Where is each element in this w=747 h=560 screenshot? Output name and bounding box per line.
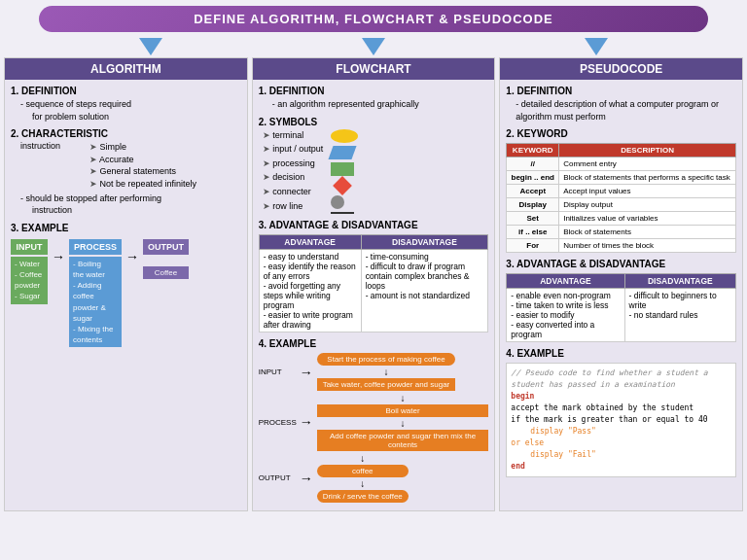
kw-cell-4: Set — [507, 212, 559, 226]
fc-down-4: ↓ — [317, 453, 409, 464]
pc-kw-header: KEYWORD — [507, 144, 559, 158]
desc-cell-6: Number of times the block — [559, 239, 736, 253]
desc-cell-3: Display output — [559, 198, 736, 212]
pc-code-comment: // Pseudo code to find whether a student… — [511, 368, 707, 389]
fc-s1-item: - an algorithm represented graphically — [272, 98, 489, 111]
algorithm-header: ALGORITHM — [5, 58, 247, 80]
fc-dis-cell: - time-consuming - difficult to draw if … — [361, 250, 488, 332]
fc-process-boxes: ↓ Boil water ↓ Add coffee powder and sug… — [317, 393, 489, 451]
desc-cell-4: Initializes value of variables — [559, 212, 736, 226]
pc-s3-title: 3. ADVANTAGE & DISADVANTAGE — [506, 259, 736, 269]
arrow-pseudocode — [585, 38, 608, 55]
fc-output-arrow: → — [300, 471, 313, 486]
fc-adv-2: - easy identify the reason of any errors — [264, 262, 357, 281]
kw-cell-0: // — [507, 158, 559, 171]
algo-arrow-3: General statements — [89, 165, 196, 178]
algorithm-column: ALGORITHM 1. DEFINITION sequence of step… — [4, 57, 248, 511]
pc-code-display-pass: display "Pass" — [530, 427, 595, 436]
kw-cell-2: Accept — [507, 185, 559, 198]
pc-s4-title: 4. EXAMPLE — [506, 348, 736, 359]
flowchart-header: FLOWCHART — [253, 58, 495, 80]
algo-output-box: OUTPUT — [143, 239, 189, 255]
fc-example-diagram: INPUT → Start the process of making coff… — [259, 353, 489, 503]
pc-dis-header: DISADVANTAGE — [624, 274, 735, 289]
fc-row-process: PROCESS → ↓ Boil water ↓ Add coffee powd… — [259, 393, 489, 451]
algo-arrow-2: Accurate — [89, 154, 196, 166]
pc-adv-table: ADVANTAGE DISADVANTAGE - enable even non… — [506, 273, 736, 342]
fc-s4-title: 4. EXAMPLE — [259, 338, 489, 349]
algo-process-box: PROCESS — [69, 239, 122, 255]
algo-example-diagram: INPUT - Water- Coffeepowder- Sugar → PRO… — [11, 239, 241, 348]
algo-arrow-to-output: → — [125, 249, 139, 264]
pc-dis-cell: - difficult to beginners to write - no s… — [624, 289, 735, 342]
pc-dis-2: - no standard rules — [629, 310, 731, 320]
desc-cell-1: Block of statements that performs a spec… — [559, 171, 736, 185]
sym-conn-row: connecter — [259, 186, 324, 198]
pseudocode-header: PSEUDOCODE — [500, 58, 742, 80]
main-columns: ALGORITHM 1. DEFINITION sequence of step… — [0, 57, 747, 515]
sym-row-label: row line — [263, 200, 303, 213]
pc-keyword-table: KEYWORD DESCRIPTION //Comment entrybegin… — [506, 143, 736, 253]
fc-input-arrow: → — [300, 365, 313, 380]
arrow-flowchart — [362, 38, 385, 55]
fc-box-coffee: coffee — [317, 465, 409, 477]
fc-output-label: OUTPUT — [259, 473, 296, 482]
fc-down-3: ↓ — [317, 418, 489, 429]
fc-box-add: Add coffee powder and sugar then mix the… — [317, 430, 489, 451]
pc-s2-title: 2. KEYWORD — [506, 128, 736, 139]
fc-process-label: PROCESS — [259, 418, 296, 427]
pc-code-display-fail: display "Fail" — [530, 450, 595, 459]
pc-adv-4: - easy converted into a program — [511, 320, 620, 339]
desc-cell-2: Accept input values — [559, 185, 736, 198]
fc-input-boxes: Start the process of making coffee ↓ Tak… — [317, 353, 456, 391]
fc-dis-1: - time-consuming — [366, 252, 484, 262]
fc-box-drink: Drink / serve the coffee — [317, 490, 409, 503]
fc-s2-title: 2. SYMBOLS — [259, 117, 489, 127]
pc-adv-3: - easier to modify — [511, 310, 620, 320]
pc-code-or-else: or else — [511, 438, 544, 447]
pc-adv-2: - time taken to write is less — [511, 300, 620, 310]
fc-down-5: ↓ — [317, 478, 409, 489]
fc-row-output: OUTPUT → ↓ coffee ↓ Drink / serve the co… — [259, 453, 489, 503]
sym-conn-label: connecter — [263, 186, 311, 198]
sym-terminal-label: terminal — [263, 129, 304, 142]
sym-terminal-row: terminal — [259, 129, 324, 142]
kw-row-4: SetInitializes value of variables — [507, 212, 736, 226]
pc-s1-title: 1. DEFINITION — [506, 86, 736, 96]
pc-code-begin: begin — [511, 392, 534, 401]
pc-s1-item: - detailed description of what a compute… — [516, 98, 736, 122]
pc-adv-cell: - enable even non-program - time taken t… — [507, 289, 624, 342]
algo-s2-note: - should be stopped after performing — [20, 192, 241, 205]
sym-row-row: row line — [259, 200, 324, 213]
page-title: DEFINE ALGORITHM, FLOWCHART & PSEUDOCODE — [39, 6, 708, 32]
sym-dec-label: decision — [263, 171, 305, 184]
kw-row-5: if .. elseBlock of statements — [507, 226, 736, 239]
sym-proc-row: processing — [259, 158, 324, 170]
fc-dis-2: - difficult to draw if program contain c… — [366, 262, 484, 291]
fc-adv-cell: - easy to understand - easy identify the… — [259, 250, 361, 332]
pseudocode-column: PSEUDOCODE 1. DEFINITION - detailed desc… — [499, 57, 743, 511]
algo-s1-title: 1. DEFINITION — [11, 86, 241, 96]
shape-row — [331, 212, 354, 214]
sym-io-label: input / output — [263, 143, 324, 156]
kw-row-2: AcceptAccept input values — [507, 185, 736, 198]
fc-input-label: INPUT — [259, 368, 296, 376]
fc-s3-title: 3. ADVANTAGE & DISADVANTAGE — [259, 220, 489, 230]
algo-input-col: INPUT - Water- Coffeepowder- Sugar — [11, 239, 48, 304]
fc-symbols-list: terminal input / output processing decis… — [259, 129, 324, 215]
shape-io — [329, 146, 357, 159]
algo-input-items: - Water- Coffeepowder- Sugar — [11, 257, 48, 304]
fc-output-boxes: ↓ coffee ↓ Drink / serve the coffee — [317, 453, 409, 503]
algo-s1-item2: for problem solution — [32, 111, 241, 123]
algo-process-items: - Boilingthe water- Addingcoffeepowder &… — [69, 257, 122, 348]
fc-box-take: Take water, coffee powder and sugar — [317, 378, 456, 391]
pc-dis-1: - difficult to beginners to write — [629, 291, 731, 310]
fc-adv-4: - easier to write program after drawing — [264, 310, 357, 330]
fc-box-boil: Boil water — [317, 404, 489, 417]
fc-adv-table: ADVANTAGE DISADVANTAGE - easy to underst… — [259, 234, 489, 332]
sym-io-row: input / output — [259, 143, 324, 156]
kw-row-6: ForNumber of times the block — [507, 239, 736, 253]
shape-dec — [333, 176, 352, 195]
desc-cell-5: Block of statements — [559, 226, 736, 239]
kw-cell-5: if .. else — [507, 226, 559, 239]
